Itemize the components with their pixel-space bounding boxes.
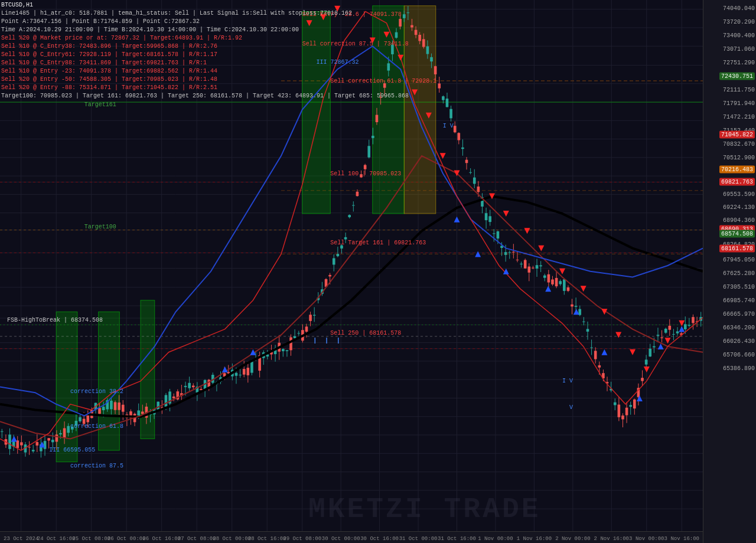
time-label: 3 Nov 16:00 — [664, 536, 699, 542]
time-axis: 23 Oct 202424 Oct 16:0025 Oct 08:0026 Oc… — [0, 531, 703, 543]
time-label: 1 Nov 16:00 — [517, 536, 552, 542]
time-label: 30 Oct 16:00 — [360, 536, 399, 542]
time-label: 23 Oct 2024 — [4, 536, 38, 542]
price-label: 70512.900 — [723, 154, 755, 161]
price-axis: 74040.04073720.29073400.40073071.0607275… — [703, 0, 756, 543]
price-label: 72430.751 — [719, 72, 755, 80]
time-label: 2 Nov 00:00 — [555, 536, 590, 542]
time-label: 26 Oct 16:00 — [142, 536, 181, 542]
price-label: 73720.290 — [723, 18, 755, 25]
price-label: 71472.210 — [723, 113, 755, 120]
price-label: 69821.763 — [719, 178, 755, 186]
time-label: 28 Oct 00:00 — [213, 536, 251, 542]
price-label: 66026.430 — [723, 338, 755, 344]
price-label: 67945.050 — [723, 256, 755, 263]
price-label: 69224.130 — [723, 204, 755, 211]
price-label: 73400.400 — [723, 32, 755, 38]
price-label: 70216.483 — [719, 166, 755, 174]
price-label: 73071.060 — [723, 45, 755, 52]
price-label: 66985.740 — [723, 297, 755, 303]
price-label: 68904.360 — [723, 217, 755, 223]
price-label: 72751.290 — [723, 59, 755, 66]
time-label: 25 Oct 08:00 — [72, 536, 110, 542]
price-label: 71791.940 — [723, 100, 755, 106]
price-label: 69553.590 — [723, 191, 755, 198]
time-label: 26 Oct 00:00 — [107, 536, 146, 542]
time-label: 28 Oct 16:00 — [248, 536, 286, 542]
price-label: 68161.578 — [719, 245, 755, 253]
time-label: 30 Oct 00:00 — [322, 536, 360, 542]
price-label: 67305.510 — [723, 283, 755, 290]
price-label: 66346.200 — [723, 324, 755, 331]
time-label: 2 Nov 16:00 — [594, 536, 629, 542]
time-label: 3 Nov 00:00 — [629, 536, 664, 542]
time-label: 24 Oct 16:00 — [37, 536, 76, 542]
price-label: 65386.890 — [723, 365, 755, 371]
price-label: 65706.660 — [723, 351, 755, 358]
price-label: 74040.040 — [723, 5, 755, 11]
price-label: 72111.750 — [723, 86, 755, 93]
price-label: 70832.670 — [723, 140, 755, 147]
time-label: 27 Oct 08:00 — [178, 536, 216, 542]
time-label: 29 Oct 08:00 — [283, 536, 321, 542]
time-label: 31 Oct 00:00 — [399, 536, 438, 542]
price-label: 67625.280 — [723, 270, 755, 276]
price-label: 71045.822 — [719, 131, 755, 139]
time-label: 31 Oct 16:00 — [438, 536, 476, 542]
time-label: 1 Nov 00:00 — [478, 536, 513, 542]
chart-container: MKETZI TRADE BTCUSD,H1 Line1485 | h1_atr… — [0, 0, 756, 543]
chart-canvas — [0, 0, 756, 543]
price-label: 68574.508 — [719, 230, 755, 237]
price-label: 66665.970 — [723, 310, 755, 317]
